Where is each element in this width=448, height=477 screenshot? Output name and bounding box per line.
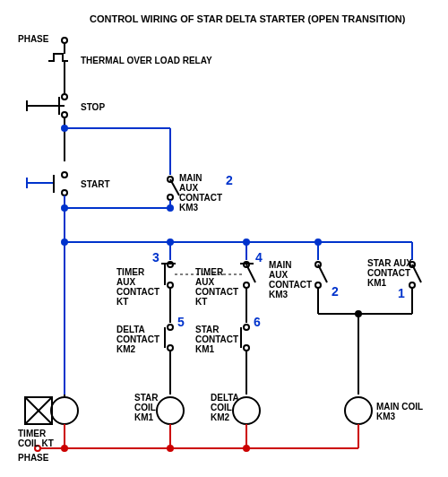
svg-point-16 (62, 190, 67, 195)
ref-4: 4 (255, 251, 263, 265)
star-contact-km1-label: STAR CONTACT KM1 (195, 325, 238, 354)
svg-point-79 (62, 446, 67, 451)
ref-3: 3 (152, 251, 159, 265)
star-aux-km1-label: STAR AUX. CONTACT KM1 (367, 258, 415, 288)
svg-line-21 (170, 179, 179, 195)
thermal-relay-label: THERMAL OVER LOAD RELAY (81, 56, 212, 65)
svg-point-41 (168, 325, 173, 330)
ref-2b: 2 (332, 285, 339, 299)
svg-point-51 (244, 345, 249, 351)
svg-point-20 (168, 195, 173, 200)
svg-point-42 (168, 345, 173, 351)
svg-point-81 (244, 446, 249, 451)
svg-line-57 (318, 265, 327, 282)
phase-top-label: PHASE (18, 34, 48, 44)
svg-point-5 (62, 94, 67, 100)
delta-coil-label: DELTA COIL KM2 (211, 393, 239, 422)
delta-contact-km2-label: DELTA CONTACT KM2 (116, 325, 159, 354)
timer-aux-kt-b-label: TIMER AUX CONTACT KT (195, 267, 238, 307)
star-coil-label: STAR COIL KM1 (134, 393, 158, 422)
stop-label: STOP (81, 102, 105, 112)
title: CONTROL WIRING OF STAR DELTA STARTER (OP… (90, 13, 405, 24)
svg-point-65 (356, 311, 361, 317)
ref-1: 1 (398, 287, 405, 300)
svg-point-71 (157, 397, 184, 424)
svg-point-0 (62, 38, 67, 43)
svg-point-37 (168, 282, 173, 288)
svg-point-56 (315, 282, 321, 288)
start-label: START (81, 179, 110, 189)
timer-aux-kt-a-label: TIMER AUX CONTACT KT (116, 267, 159, 307)
svg-point-28 (62, 239, 67, 245)
svg-line-47 (246, 265, 255, 282)
svg-point-15 (62, 172, 67, 178)
main-coil-label: MAIN COIL KM3 (376, 402, 423, 421)
svg-point-26 (168, 205, 173, 211)
ref-2a: 2 (226, 174, 233, 187)
svg-point-73 (345, 397, 372, 424)
ref-6: 6 (254, 316, 261, 329)
main-aux-km3-a-label: MAIN AUX CONTACT KM3 (179, 173, 222, 212)
svg-point-80 (168, 446, 173, 451)
timer-coil-label: TIMER COIL KT (18, 429, 54, 448)
svg-point-50 (244, 325, 249, 330)
svg-point-46 (244, 282, 249, 288)
ref-5: 5 (177, 316, 185, 329)
svg-point-69 (51, 397, 78, 424)
phase-bottom-label: PHASE (18, 453, 48, 463)
main-aux-km3-b-label: MAIN AUX CONTACT KM3 (269, 260, 312, 299)
svg-point-6 (62, 112, 67, 117)
